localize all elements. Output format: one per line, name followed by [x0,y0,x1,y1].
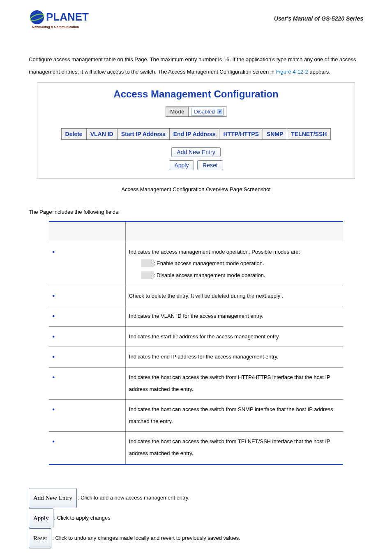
disabled-label [141,271,154,279]
screenshot-caption: Access Management Configuration Overview… [29,186,363,192]
svg-text:Networking & Communication: Networking & Communication [32,25,79,29]
field-delete-desc: Check to delete the entry. It will be de… [125,286,343,306]
manual-title: User's Manual of GS-5220 Series [274,15,363,22]
add-new-entry-button[interactable]: Add New Entry [171,147,220,157]
enabled-label [141,259,154,267]
field-endip-desc: Indicates the end IP address for the acc… [125,347,343,368]
field-telnet-desc: Indicates the host can access the switch… [125,432,343,464]
page-header: PLANET Networking & Communication User's… [29,8,363,29]
planet-logo: PLANET Networking & Communication [29,8,99,29]
chevron-down-icon: ▾ [217,109,222,114]
bullet-icon: ● [52,313,55,318]
table-row: ● Indicates the VLAN ID for the access m… [49,306,343,327]
table-row: ● Check to delete the entry. It will be … [49,286,343,306]
reset-button[interactable]: Reset [197,160,223,170]
reset-desc: : Click to undo any changes made locally… [52,534,240,541]
col-snmp: SNMP [263,128,287,139]
config-screenshot: Access Management Configuration Mode Dis… [37,82,355,179]
bullet-icon: ● [52,293,55,298]
mode-row: Mode Disabled ▾ [166,106,226,117]
table-row: ● Indicates the start IP address for the… [49,326,343,347]
intro-text-post: appears. [308,69,330,75]
intro-paragraph: Configure access management table on thi… [29,53,363,78]
col-vlan-id: VLAN ID [86,128,117,139]
mode-value: Disabled [194,109,215,115]
enabled-desc: : Enable access management mode operatio… [154,260,264,266]
table-row: ● Indicates the host can access the swit… [49,432,343,464]
col-start-ip: Start IP Address [117,128,169,139]
mode-label: Mode [166,107,189,116]
table-row: ● Indicates the host can access the swit… [49,400,343,432]
fields-intro: The Page includes the following fields: [29,209,363,215]
apply-button[interactable]: Apply [169,160,194,170]
col-end-ip: End IP Address [169,128,219,139]
col-telnet-ssh: TELNET/SSH [287,128,331,139]
access-table: Delete VLAN ID Start IP Address End IP A… [61,128,331,140]
table-row: ● Indicates the end IP address for the a… [49,347,343,368]
bullet-icon: ● [52,354,55,359]
table-row: ● Indicates the host can access the swit… [49,367,343,399]
button-descriptions: Add New Entry: Click to add a new access… [29,488,363,548]
disabled-desc: : Disable access management mode operati… [154,272,265,278]
svg-text:PLANET: PLANET [46,11,89,23]
field-vlan-desc: Indicates the VLAN ID for the access man… [125,306,343,327]
field-mode-intro: Indicates the access management mode ope… [129,249,300,255]
field-snmp-desc: Indicates the host can access the switch… [125,400,343,432]
bullet-icon: ● [52,334,55,339]
apply-button-inline[interactable]: Apply [29,508,53,528]
mode-select[interactable]: Disabled ▾ [191,108,224,116]
col-delete: Delete [61,128,86,139]
fields-table: ● Indicates the access management mode o… [49,221,343,465]
bullet-icon: ● [52,249,55,254]
add-desc: : Click to add a new access management e… [78,494,189,500]
table-row: ● Indicates the access management mode o… [49,242,343,286]
col-http-https: HTTP/HTTPS [219,128,263,139]
field-http-desc: Indicates the host can access the switch… [125,367,343,399]
figure-link[interactable]: Figure 4-12-2 [276,69,308,75]
screenshot-title: Access Management Configuration [40,88,352,100]
bullet-icon: ● [52,407,55,412]
bullet-icon: ● [52,375,55,379]
apply-desc: : Click to apply changes [54,514,111,520]
bullet-icon: ● [52,439,55,444]
add-new-entry-button-inline[interactable]: Add New Entry [29,488,77,508]
reset-button-inline[interactable]: Reset [29,528,51,548]
field-startip-desc: Indicates the start IP address for the a… [125,326,343,347]
